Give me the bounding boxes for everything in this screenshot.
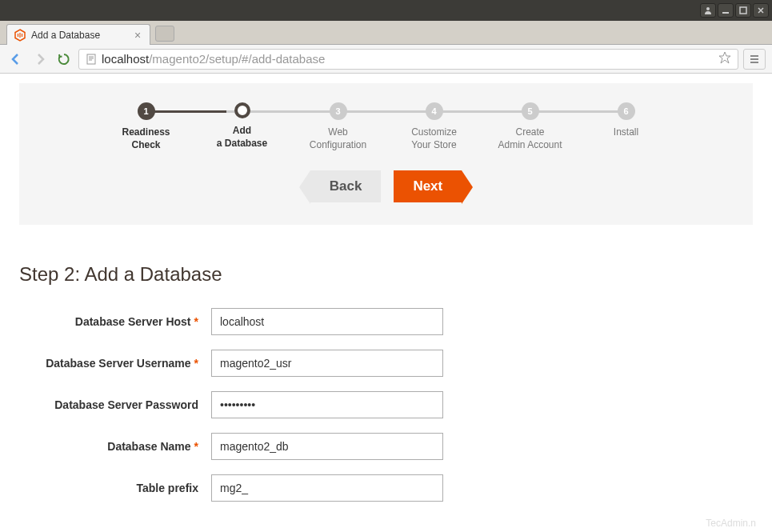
step-number: 3 bbox=[330, 102, 347, 120]
back-button[interactable] bbox=[6, 50, 26, 69]
wizard-nav: Back Next bbox=[51, 170, 721, 202]
form-row-prefix: Table prefix bbox=[19, 474, 753, 502]
form-row-user: Database Server Username* bbox=[19, 350, 753, 377]
wizard-step-admin: 5 CreateAdmin Account bbox=[482, 102, 578, 151]
step-number: 5 bbox=[522, 102, 539, 120]
page-icon bbox=[86, 54, 97, 65]
form-row-pass: Database Server Password bbox=[19, 391, 753, 418]
step-number: 1 bbox=[138, 102, 155, 120]
maximize-button[interactable] bbox=[735, 3, 751, 18]
step-number: 6 bbox=[618, 102, 635, 120]
wizard-step-web: 3 WebConfiguration bbox=[290, 102, 386, 151]
wizard-step-readiness: 1 ReadinessCheck bbox=[98, 102, 194, 151]
new-tab-button[interactable] bbox=[155, 26, 174, 42]
url-text: localhost/magento2/setup/#/add-database bbox=[102, 52, 325, 66]
svg-rect-1 bbox=[722, 12, 729, 14]
step-label: Install bbox=[578, 126, 674, 139]
wizard-step-customize: 4 CustomizeYour Store bbox=[386, 102, 482, 151]
back-button[interactable]: Back bbox=[310, 170, 382, 202]
label-db-name: Database Name* bbox=[19, 440, 211, 453]
page-content: 1 ReadinessCheck Adda Database 3 WebConf… bbox=[0, 74, 772, 532]
browser-tab-bar: Add a Database × bbox=[0, 21, 772, 45]
page-viewport[interactable]: 1 ReadinessCheck Adda Database 3 WebConf… bbox=[0, 74, 772, 532]
input-db-name[interactable] bbox=[211, 433, 443, 460]
browser-toolbar: localhost/magento2/setup/#/add-database bbox=[0, 45, 772, 74]
browser-tab[interactable]: Add a Database × bbox=[6, 24, 150, 45]
input-db-host[interactable] bbox=[211, 308, 443, 335]
wizard-steps: 1 ReadinessCheck Adda Database 3 WebConf… bbox=[98, 102, 674, 151]
label-table-prefix: Table prefix bbox=[19, 482, 211, 494]
hamburger-menu-button[interactable] bbox=[743, 49, 766, 70]
close-window-button[interactable] bbox=[753, 3, 769, 18]
input-db-pass[interactable] bbox=[211, 391, 443, 418]
page-title: Step 2: Add a Database bbox=[19, 263, 753, 286]
step-label: Adda Database bbox=[194, 125, 290, 150]
step-number bbox=[234, 102, 250, 118]
form-row-name: Database Name* bbox=[19, 433, 753, 460]
watermark: TecAdmin.n bbox=[706, 518, 756, 529]
bookmark-star-icon[interactable] bbox=[718, 51, 731, 67]
address-bar[interactable]: localhost/magento2/setup/#/add-database bbox=[78, 49, 738, 70]
window-titlebar bbox=[0, 0, 772, 21]
wizard-step-database: Adda Database bbox=[194, 102, 290, 151]
forward-button[interactable] bbox=[30, 50, 50, 69]
input-table-prefix[interactable] bbox=[211, 474, 443, 502]
next-button[interactable]: Next bbox=[394, 170, 462, 202]
user-menu-button[interactable] bbox=[700, 3, 716, 18]
step-label: CustomizeYour Store bbox=[386, 126, 482, 151]
label-db-host: Database Server Host* bbox=[19, 315, 211, 328]
magento-favicon bbox=[14, 29, 26, 42]
wizard-step-install: 6 Install bbox=[578, 102, 674, 151]
svg-rect-3 bbox=[87, 54, 95, 64]
close-tab-icon[interactable]: × bbox=[132, 30, 143, 41]
minimize-button[interactable] bbox=[718, 3, 734, 18]
tab-title: Add a Database bbox=[31, 30, 127, 41]
step-number: 4 bbox=[426, 102, 443, 120]
step-label: WebConfiguration bbox=[290, 126, 386, 151]
step-label: CreateAdmin Account bbox=[482, 126, 578, 151]
step-label: ReadinessCheck bbox=[98, 126, 194, 151]
wizard-header: 1 ReadinessCheck Adda Database 3 WebConf… bbox=[19, 83, 753, 225]
form-row-host: Database Server Host* bbox=[19, 308, 753, 335]
reload-button[interactable] bbox=[54, 50, 74, 69]
svg-rect-2 bbox=[740, 7, 746, 14]
svg-point-0 bbox=[706, 7, 710, 10]
label-db-user: Database Server Username* bbox=[19, 357, 211, 370]
label-db-pass: Database Server Password bbox=[19, 398, 211, 411]
input-db-user[interactable] bbox=[211, 350, 443, 377]
